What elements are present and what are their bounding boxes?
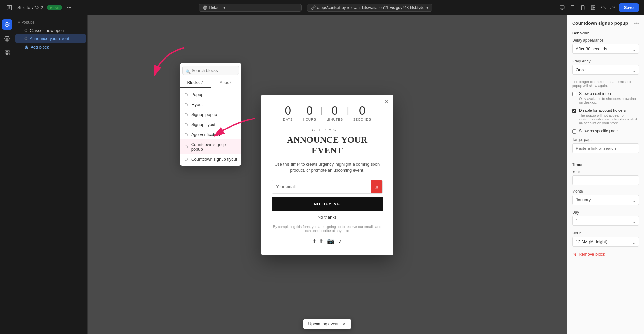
device-tablet-button[interactable]: [569, 4, 576, 12]
more-button[interactable]: •••: [66, 4, 73, 11]
tab-blocks[interactable]: Blocks 7: [180, 78, 211, 88]
svg-rect-3: [571, 5, 574, 10]
panel-more-button[interactable]: •••: [634, 21, 639, 26]
block-item-signup-flyout[interactable]: ⬡ Signup flyout: [180, 119, 242, 129]
exit-intent-checkbox[interactable]: [572, 92, 576, 96]
svg-rect-2: [560, 6, 564, 9]
panel-title: Countdown signup popup •••: [572, 21, 639, 26]
year-label: Year: [572, 169, 639, 174]
svg-rect-8: [593, 6, 595, 7]
popup-title: ANNOUNCE YOUR EVENT: [272, 134, 383, 156]
email-input[interactable]: [272, 180, 371, 193]
hour-select-wrapper: 12 AM (Midnight): [572, 237, 639, 248]
back-button[interactable]: [5, 4, 14, 12]
popup-modal: ✕ 0 DAYS | 0 HOURS | 0 MINUTES |: [261, 94, 393, 255]
svg-marker-10: [5, 22, 9, 25]
no-thanks-link[interactable]: No thanks: [272, 215, 383, 220]
default-selector[interactable]: Default ▾: [199, 4, 302, 12]
remove-block-button[interactable]: Remove block: [572, 252, 639, 257]
add-block-button[interactable]: ⊕ Add block: [15, 43, 86, 52]
email-icon: ⊞: [371, 180, 382, 193]
device-desktop-button[interactable]: [558, 4, 566, 12]
target-page-label: Target page: [572, 138, 639, 142]
plus-icon: ⊕: [24, 44, 29, 50]
popup-description: Use this timer to create urgency, highli…: [272, 161, 383, 174]
month-select-wrapper: January: [572, 195, 639, 206]
topbar-right: Save: [558, 3, 639, 12]
instagram-icon[interactable]: 📷: [327, 238, 334, 245]
redo-button[interactable]: [609, 4, 616, 12]
block-list: ⬡ Popup ⬡ Flyout ⬡ Signup popup ⬡ Signup…: [180, 88, 242, 166]
url-bar[interactable]: /apps/context-by-relevant-bits/variation…: [307, 4, 432, 12]
delay-select[interactable]: After 30 seconds: [572, 44, 639, 54]
block-search-container: 🔍: [180, 63, 242, 78]
undo-redo: [600, 4, 616, 12]
bottom-bar-close[interactable]: ✕: [342, 321, 346, 326]
save-button[interactable]: Save: [619, 3, 639, 12]
countdown-hours: 0 HOURS: [299, 105, 320, 121]
block-item-countdown-signup-flyout[interactable]: ⬡ Countdown signup flyout: [180, 154, 242, 164]
settings-icon-button[interactable]: [2, 33, 12, 44]
block-item-flyout[interactable]: ⬡ Flyout: [180, 100, 242, 110]
specific-page-checkbox[interactable]: [572, 129, 576, 134]
countdown-sep-2: |: [320, 105, 322, 116]
topbar-center: Default ▾ /apps/context-by-relevant-bits…: [199, 4, 432, 12]
target-page-input[interactable]: [572, 143, 639, 153]
modal-close-button[interactable]: ✕: [384, 98, 389, 105]
hour-label: Hour: [572, 231, 639, 235]
frequency-hint: The length of time before a dismissed po…: [572, 80, 639, 88]
main-layout: ▾ Popups ⬡ Classes now open ⬡ Announce y…: [0, 15, 644, 334]
form-note: By completing this form, you are signing…: [272, 225, 383, 233]
countdown-sep-1: |: [297, 105, 299, 116]
hour-select[interactable]: 12 AM (Midnight): [572, 237, 639, 247]
timer-section-label: Timer: [572, 162, 639, 167]
layout-button[interactable]: [589, 4, 597, 12]
day-select[interactable]: 1: [572, 216, 639, 226]
year-input[interactable]: 2023: [572, 175, 639, 185]
day-label: Day: [572, 210, 639, 215]
month-select[interactable]: January: [572, 195, 639, 205]
svg-rect-14: [5, 53, 6, 55]
block-icon: ⬡: [184, 112, 189, 117]
svg-rect-9: [593, 8, 595, 9]
disable-holders-desc: The popup will not appear for customers …: [579, 113, 639, 125]
icon-sidebar: [0, 15, 14, 334]
frequency-select[interactable]: Once: [572, 65, 639, 75]
tab-apps[interactable]: Apps 0: [211, 78, 242, 88]
layers-icon-button[interactable]: [2, 19, 12, 30]
block-item-popup[interactable]: ⬡ Popup: [180, 90, 242, 100]
sidebar-item-announce-your-event[interactable]: ⬡ Announce your event: [15, 34, 86, 43]
bottom-bar: Upcoming event ✕: [303, 319, 351, 329]
block-item-signup-popup[interactable]: ⬡ Signup popup: [180, 110, 242, 119]
block-icon: ⬡: [184, 102, 189, 107]
live-dot: [50, 7, 52, 9]
disable-holders-checkbox[interactable]: [572, 109, 576, 113]
specific-page-label: Show on specific page: [579, 129, 618, 133]
countdown-minutes: 0 MINUTES: [322, 105, 347, 121]
svg-rect-7: [591, 6, 593, 10]
search-input[interactable]: [182, 66, 239, 75]
device-mobile-button[interactable]: [579, 4, 587, 12]
disable-holders-label: Disable for account holders: [579, 108, 639, 113]
live-badge: Live: [47, 5, 62, 10]
block-icon: ⬡: [184, 92, 189, 97]
apps-icon-button[interactable]: [2, 48, 12, 58]
block-icon: ⬡: [184, 132, 189, 137]
tiktok-icon[interactable]: ♪: [339, 238, 342, 245]
block-icon: ⬡: [184, 122, 189, 127]
notify-button[interactable]: NOTIFY ME: [272, 197, 383, 211]
delay-label: Delay appearance: [572, 38, 639, 43]
sidebar-item-classes-now-open[interactable]: ⬡ Classes now open: [15, 26, 86, 34]
facebook-icon[interactable]: 𝕗: [313, 238, 316, 245]
popup-subtitle: GET 10% OFF: [272, 128, 383, 131]
block-item-age-verification[interactable]: ⬡ Age verification: [180, 129, 242, 139]
right-panel: Countdown signup popup ••• Behavior Dela…: [567, 15, 644, 334]
block-selector: 🔍 Blocks 7 Apps 0 ⬡ Popup: [180, 63, 242, 166]
behavior-section-label: Behavior: [572, 31, 639, 35]
twitter-icon[interactable]: 𝕥: [320, 238, 323, 245]
canvas: 🔍 Blocks 7 Apps 0 ⬡ Popup: [88, 15, 567, 334]
block-item-countdown-signup-popup[interactable]: ⬡ Countdown signup popup: [180, 139, 242, 154]
undo-button[interactable]: [600, 4, 607, 12]
search-icon: 🔍: [185, 69, 191, 74]
svg-rect-13: [7, 51, 9, 52]
